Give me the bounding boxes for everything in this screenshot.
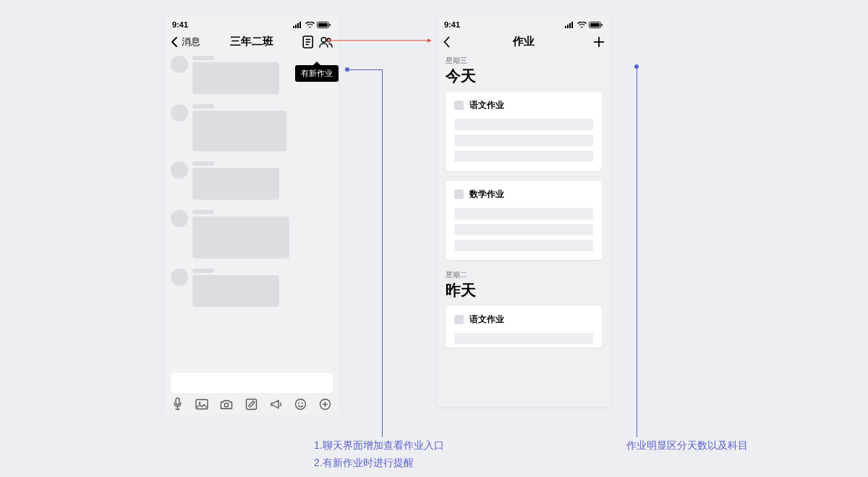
compose-button[interactable] xyxy=(245,398,258,410)
image-icon xyxy=(195,399,208,410)
add-homework-button[interactable] xyxy=(593,36,605,48)
svg-rect-0 xyxy=(293,26,294,28)
chevron-left-icon xyxy=(443,36,450,48)
new-homework-tooltip: 有新作业 xyxy=(295,65,339,82)
broadcast-button[interactable] xyxy=(270,399,283,410)
status-time: 9:41 xyxy=(444,20,460,29)
weekday-label: 星期二 xyxy=(446,270,602,280)
status-icons xyxy=(565,22,603,28)
camera-button[interactable] xyxy=(220,399,233,410)
svg-point-20 xyxy=(302,402,303,404)
weekday-label: 星期三 xyxy=(446,56,602,66)
svg-point-33 xyxy=(328,39,331,42)
svg-rect-13 xyxy=(176,398,179,405)
homework-navbar: 作业 xyxy=(437,30,610,51)
homework-screen-mockup: 9:41 作业 星期三 今天 语文作业 xyxy=(437,16,610,407)
svg-point-11 xyxy=(321,37,326,42)
svg-point-19 xyxy=(298,402,299,404)
homework-day-section: 星期二 昨天 语文作业 xyxy=(446,270,602,347)
annotation-text: 作业明显区分天数以及科目 xyxy=(626,439,748,451)
day-title: 今天 xyxy=(446,66,602,86)
plus-circle-icon xyxy=(319,398,331,410)
smiley-icon xyxy=(294,398,307,410)
status-time: 9:41 xyxy=(172,20,188,29)
homework-list[interactable]: 星期三 今天 语文作业 数学作业 星期二 昨天 xyxy=(437,51,610,408)
subject-label: 语文作业 xyxy=(469,99,504,111)
subject-checkbox[interactable] xyxy=(454,315,464,324)
annotation-line xyxy=(347,69,382,70)
voice-button[interactable] xyxy=(172,397,183,410)
microphone-icon xyxy=(172,397,183,410)
chat-title: 三年二班 xyxy=(204,35,299,48)
flow-arrow xyxy=(327,37,437,44)
homework-card[interactable]: 语文作业 xyxy=(446,92,602,171)
chat-message xyxy=(171,269,333,307)
document-icon xyxy=(302,35,315,48)
avatar xyxy=(171,210,188,227)
status-bar: 9:41 xyxy=(437,16,610,30)
image-button[interactable] xyxy=(195,399,208,410)
camera-icon xyxy=(220,399,233,410)
back-label: 消息 xyxy=(182,35,200,48)
compose-icon xyxy=(245,398,258,410)
annotation-homework: 作业明显区分天数以及科目 xyxy=(626,437,748,455)
avatar xyxy=(171,56,188,73)
svg-rect-14 xyxy=(196,400,208,409)
chat-message xyxy=(171,161,333,200)
svg-rect-26 xyxy=(569,23,571,28)
battery-icon xyxy=(317,22,331,28)
wifi-icon xyxy=(305,22,315,28)
homework-day-section: 星期三 今天 语文作业 数学作业 xyxy=(446,56,602,260)
homework-card[interactable]: 语文作业 xyxy=(446,306,602,347)
annotation-text: 1.聊天界面增加查看作业入口 xyxy=(314,437,444,455)
wifi-icon xyxy=(577,22,587,28)
status-icons xyxy=(293,22,331,28)
svg-rect-29 xyxy=(590,23,600,27)
chat-screen-mockup: 9:41 消息 三年二班 有新作业 xyxy=(165,16,339,407)
annotation-line xyxy=(637,67,637,437)
more-button[interactable] xyxy=(319,398,331,410)
svg-rect-30 xyxy=(602,24,603,26)
svg-point-16 xyxy=(225,402,229,406)
svg-rect-17 xyxy=(246,399,256,409)
svg-rect-25 xyxy=(567,25,569,28)
svg-rect-1 xyxy=(295,25,297,28)
chat-message xyxy=(171,210,333,258)
message-input[interactable] xyxy=(171,373,333,393)
back-button[interactable] xyxy=(443,36,450,48)
annotation-chat: 1.聊天界面增加查看作业入口 2.有新作业时进行提醒 xyxy=(314,437,444,472)
chat-message-list[interactable] xyxy=(165,51,339,373)
plus-icon xyxy=(593,36,605,48)
homework-card[interactable]: 数学作业 xyxy=(446,181,602,260)
signal-icon xyxy=(565,22,575,28)
avatar xyxy=(171,269,188,286)
subject-label: 数学作业 xyxy=(469,188,504,200)
emoji-button[interactable] xyxy=(294,398,307,410)
chat-input-area xyxy=(165,373,339,415)
svg-rect-5 xyxy=(318,23,328,27)
svg-rect-3 xyxy=(299,22,301,28)
chat-message xyxy=(171,104,333,151)
svg-rect-24 xyxy=(565,26,566,28)
status-bar: 9:41 xyxy=(165,16,339,30)
annotation-line xyxy=(382,69,383,437)
subject-checkbox[interactable] xyxy=(454,101,464,110)
chevron-left-icon xyxy=(171,37,177,47)
svg-rect-6 xyxy=(330,24,331,26)
chat-navbar: 消息 三年二班 xyxy=(165,30,339,51)
battery-icon xyxy=(589,22,603,28)
homework-title: 作业 xyxy=(476,35,571,48)
annotation-text: 2.有新作业时进行提醒 xyxy=(314,455,444,472)
subject-label: 语文作业 xyxy=(469,313,504,326)
avatar xyxy=(171,104,188,122)
subject-checkbox[interactable] xyxy=(454,190,464,199)
back-button[interactable]: 消息 xyxy=(171,35,204,48)
svg-point-15 xyxy=(198,402,200,404)
svg-rect-2 xyxy=(297,23,299,28)
signal-icon xyxy=(293,22,303,28)
svg-rect-27 xyxy=(571,22,573,28)
tooltip-text: 有新作业 xyxy=(301,69,333,77)
svg-point-18 xyxy=(296,399,306,409)
homework-entry-icon[interactable] xyxy=(302,35,315,48)
avatar xyxy=(171,161,188,179)
